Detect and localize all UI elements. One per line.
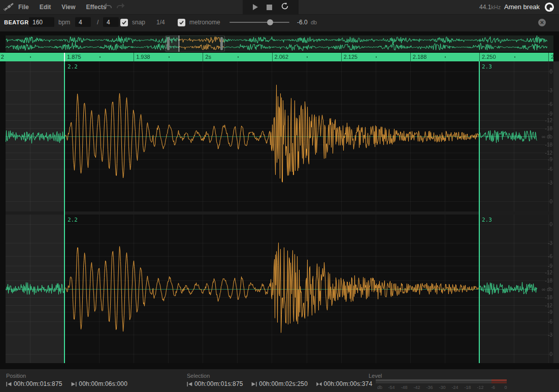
metronome-volume-slider[interactable] [229,18,289,26]
selection-label: Selection [187,373,210,379]
db-scale-label: -18 [545,278,552,283]
db-scale-label: ∞ db [542,134,552,139]
db-scale-label: -9 [548,309,552,315]
db-scale-label: -3 [548,332,552,338]
selection-end-icon [251,382,257,386]
level-meter-left [376,379,507,381]
stop-button[interactable] [267,5,272,10]
position-values: 00h:00m:01s:875 00h:00m:06s:000 [6,380,127,387]
ruler-segment[interactable]: 2.062 [272,53,341,61]
db-scale-label: -18 [545,142,552,148]
close-beatgrid-button[interactable]: ✕ [538,19,546,26]
level-scale-label: -42 [413,385,420,390]
time-signature-numerator-input[interactable] [75,17,91,27]
overview-waveform[interactable] [6,35,553,52]
loop-button[interactable] [281,2,289,12]
snap-division[interactable]: 1/4 [156,19,165,26]
db-scale-label: 0 [549,199,552,204]
time-ruler[interactable]: 21.8751.9382s2.0622.1252.1882.2502. [0,53,553,61]
db-scale-label: -18 [545,295,552,300]
slider-track[interactable] [229,22,289,23]
db-scale-label: ∞ db [542,287,552,292]
ruler-segment[interactable]: 2.188 [410,53,479,61]
level-scale-label: -24 [451,385,458,390]
db-scale-label: 0 [549,351,552,357]
sample-rate: 44.1kHz [479,4,501,11]
db-scale-label: -6 [548,319,552,325]
volume-unit: db [311,19,317,25]
volume-value: -6.0 [297,19,308,26]
level-scale-label: db [377,385,382,390]
overview-view-window[interactable] [165,35,225,52]
db-scale-label: -18 [545,126,552,131]
metronome-checkbox[interactable] [178,19,185,26]
db-scale-label: 0 [549,69,552,75]
selection-end-line[interactable] [479,61,480,363]
ruler-segment[interactable]: 1.875 [64,53,134,61]
overview-playhead [179,35,179,52]
db-scale-label: -12 [545,118,552,123]
position-label: Position [6,373,26,379]
marker-start-icon [6,382,12,386]
db-scale-label: -9 [548,157,552,162]
ruler-segment[interactable]: 2s [203,53,272,61]
menu-item-edit[interactable]: Edit [40,4,51,11]
audio-editor-window: FileEditViewEffects 44.1kHz Amen break B… [0,0,559,392]
selection-start-line[interactable] [64,61,65,363]
slider-handle[interactable] [267,19,273,25]
menu-bar: FileEditViewEffects 44.1kHz Amen break [0,0,559,14]
marker-end-icon [71,382,77,386]
redo-icon[interactable] [116,3,125,12]
level-scale-label: -6 [491,385,495,390]
ruler-segment[interactable]: 2 [0,53,64,61]
undo-icon[interactable] [103,3,112,12]
db-scale-label: -9 [548,263,552,269]
db-scale-label: -3 [548,180,552,186]
level-meter-right [376,382,507,383]
level-label: Level [369,373,382,379]
scrollbar-gutter[interactable] [553,61,559,363]
ruler-segment[interactable]: 1.938 [134,53,203,61]
beat-marker-label: 2.2 [68,217,78,223]
db-scale-label: -12 [545,150,552,156]
menu-item-view[interactable]: View [61,4,75,11]
db-scale-label: -3 [548,88,552,93]
bpm-input[interactable] [29,17,54,27]
snap-label: snap [132,19,145,26]
beat-marker-label: 2.2 [68,63,78,70]
level-meter-clip-zone [491,379,507,381]
level-scale-label: 0 [504,385,507,390]
level-scale-label: -12 [477,385,483,390]
beat-marker-label: 2.3 [482,63,492,70]
snap-checkbox[interactable] [120,19,128,26]
beat-marker-label: 2.3 [482,217,492,223]
time-signature-denominator-input[interactable] [103,17,119,27]
db-scale-label: -12 [545,303,552,308]
metronome-label: metronome [189,19,220,26]
waveform-channel-right[interactable] [6,215,553,363]
level-scale-label: -30 [439,385,445,390]
selection-duration-icon [316,382,322,386]
waveform-channel-left[interactable] [6,61,553,211]
overview-window-handle-left[interactable] [167,37,170,50]
db-scale-label: -12 [545,270,552,275]
selection-values: 00h:00m:01s:875 00h:00m:02s:250 00h:00m:… [187,380,372,387]
level-meter-clip-zone [491,382,507,383]
menu-item-file[interactable]: File [18,4,29,11]
play-button[interactable] [253,4,258,10]
level-scale-label: -18 [464,385,471,390]
transport-controls [243,0,299,14]
bpm-unit-label: bpm [58,19,70,26]
overview-window-handle-right[interactable] [220,37,223,50]
selection-start-icon [187,382,192,386]
ruler-segment[interactable]: 2.250 [479,53,548,61]
satellite-icon [3,2,15,14]
ruler-segment[interactable]: 2.125 [341,53,410,61]
db-scale-label: -6 [548,101,552,107]
ruler-segment[interactable]: 2. [548,53,553,61]
db-scale-label: -9 [548,111,552,117]
level-scale-label: -36 [426,385,433,390]
level-scale-label: -54 [388,385,394,390]
ruler-playhead [64,53,65,61]
file-name: Amen break [504,3,540,11]
